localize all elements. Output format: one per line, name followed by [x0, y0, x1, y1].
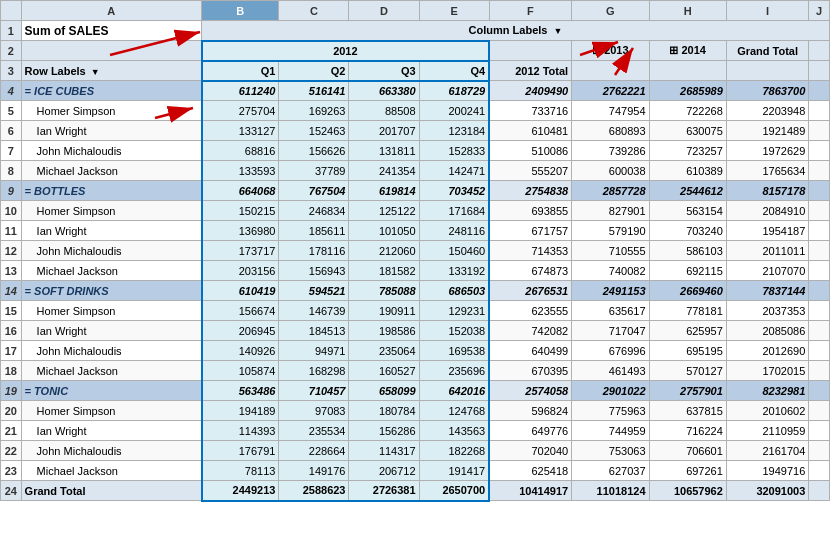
ian-bottles-q2: 185611 — [279, 221, 349, 241]
ian-ice-2013: 680893 — [572, 121, 649, 141]
year-2014-header[interactable]: ⊞ 2014 — [649, 41, 726, 61]
row-num-22: 22 — [1, 441, 22, 461]
tonic-2014: 2757901 — [649, 381, 726, 401]
row-homer-bottles: 10 Homer Simpson 150215 246834 125122 17… — [1, 201, 830, 221]
bottles-q3: 619814 — [349, 181, 419, 201]
year-2012-header: 2012 — [202, 41, 490, 61]
ice-cubes-grand: 7863700 — [726, 81, 808, 101]
empty-j6 — [809, 121, 830, 141]
ian-bottles-q1: 136980 — [202, 221, 279, 241]
row-num-1: 1 — [1, 21, 22, 41]
soft-drinks-q2: 594521 — [279, 281, 349, 301]
john-bottles-2013: 710555 — [572, 241, 649, 261]
group-row-soft-drinks: 14 = SOFT DRINKS 610419 594521 785088 68… — [1, 281, 830, 301]
john-soft-2014: 695195 — [649, 341, 726, 361]
john-bottles-q3: 212060 — [349, 241, 419, 261]
michael-soft-q3: 160527 — [349, 361, 419, 381]
row-num-7: 7 — [1, 141, 22, 161]
homer-bottles-total2012: 693855 — [489, 201, 571, 221]
row-num-23: 23 — [1, 461, 22, 481]
michael-ice-grand: 1765634 — [726, 161, 808, 181]
year-2012-total-header — [489, 41, 571, 61]
bottles-2014: 2544612 — [649, 181, 726, 201]
ian-ice-q2: 152463 — [279, 121, 349, 141]
homer-ice-q3: 88508 — [349, 101, 419, 121]
row-ian-bottles: 11 Ian Wright 136980 185611 101050 24811… — [1, 221, 830, 241]
col-b-header: B — [202, 1, 279, 21]
john-ice-2013: 739286 — [572, 141, 649, 161]
michael-soft-2013: 461493 — [572, 361, 649, 381]
row-num-14: 14 — [1, 281, 22, 301]
row-1: 1 Sum of SALES Column Labels ▼ — [1, 21, 830, 41]
michael-tonic-q4: 191417 — [419, 461, 489, 481]
michael-ice-name: Michael Jackson — [21, 161, 201, 181]
q4-header: Q4 — [419, 61, 489, 81]
homer-soft-total2012: 623555 — [489, 301, 571, 321]
ice-cubes-q4: 618729 — [419, 81, 489, 101]
empty-j12 — [809, 241, 830, 261]
grand-total-label: Grand Total — [21, 481, 201, 501]
michael-soft-q1: 105874 — [202, 361, 279, 381]
michael-tonic-grand: 1949716 — [726, 461, 808, 481]
grand-total-q1: 2449213 — [202, 481, 279, 501]
ice-cubes-total2012: 2409490 — [489, 81, 571, 101]
michael-tonic-q3: 206712 — [349, 461, 419, 481]
group-row-bottles: 9 = BOTTLES 664068 767504 619814 703452 … — [1, 181, 830, 201]
john-ice-q3: 131811 — [349, 141, 419, 161]
ian-tonic-2013: 744959 — [572, 421, 649, 441]
michael-ice-2013: 600038 — [572, 161, 649, 181]
empty-j10 — [809, 201, 830, 221]
michael-bottles-total2012: 674873 — [489, 261, 571, 281]
filter-dropdown-icon[interactable]: ▼ — [554, 26, 563, 36]
empty-j17 — [809, 341, 830, 361]
john-bottles-2014: 586103 — [649, 241, 726, 261]
homer-soft-2013: 635617 — [572, 301, 649, 321]
john-tonic-2013: 753063 — [572, 441, 649, 461]
year-2013-header[interactable]: ⊞ 2013 — [572, 41, 649, 61]
ian-bottles-q3: 101050 — [349, 221, 419, 241]
john-soft-q4: 169538 — [419, 341, 489, 361]
homer-ice-2013: 747954 — [572, 101, 649, 121]
q1-header: Q1 — [202, 61, 279, 81]
row-num-3: 3 — [1, 61, 22, 81]
michael-ice-2014: 610389 — [649, 161, 726, 181]
row-num-20: 20 — [1, 401, 22, 421]
col-labels-header[interactable]: Column Labels ▼ — [202, 21, 830, 41]
ian-soft-q3: 198586 — [349, 321, 419, 341]
col-d-header: D — [349, 1, 419, 21]
john-tonic-total2012: 702040 — [489, 441, 571, 461]
col-e-header: E — [419, 1, 489, 21]
tonic-total2012: 2574058 — [489, 381, 571, 401]
row-labels-filter-icon[interactable]: ▼ — [91, 67, 100, 77]
row-3: 3 Row Labels ▼ Q1 Q2 Q3 Q4 — [1, 61, 830, 81]
tonic-q1: 563486 — [202, 381, 279, 401]
ice-cubes-2013: 2762221 — [572, 81, 649, 101]
michael-soft-name: Michael Jackson — [21, 361, 201, 381]
john-bottles-total2012: 714353 — [489, 241, 571, 261]
john-tonic-q2: 228664 — [279, 441, 349, 461]
john-soft-grand: 2012690 — [726, 341, 808, 361]
homer-tonic-total2012: 596824 — [489, 401, 571, 421]
row-num-11: 11 — [1, 221, 22, 241]
john-bottles-q2: 178116 — [279, 241, 349, 261]
row-labels-header[interactable]: Row Labels ▼ — [21, 61, 201, 81]
ian-tonic-total2012: 649776 — [489, 421, 571, 441]
homer-soft-name: Homer Simpson — [21, 301, 201, 321]
john-ice-q2: 156626 — [279, 141, 349, 161]
ian-ice-q1: 133127 — [202, 121, 279, 141]
michael-bottles-2013: 740082 — [572, 261, 649, 281]
row-num-13: 13 — [1, 261, 22, 281]
empty-j21 — [809, 421, 830, 441]
michael-soft-q4: 235696 — [419, 361, 489, 381]
homer-tonic-name: Homer Simpson — [21, 401, 201, 421]
grand-total-q3: 2726381 — [349, 481, 419, 501]
michael-ice-q2: 37789 — [279, 161, 349, 181]
michael-tonic-2013: 627037 — [572, 461, 649, 481]
row-ian-ice: 6 Ian Wright 133127 152463 201707 123184… — [1, 121, 830, 141]
ian-soft-q1: 206945 — [202, 321, 279, 341]
michael-soft-grand: 1702015 — [726, 361, 808, 381]
homer-soft-grand: 2037353 — [726, 301, 808, 321]
empty-j2 — [809, 41, 830, 61]
ian-tonic-2014: 716224 — [649, 421, 726, 441]
john-ice-grand: 1972629 — [726, 141, 808, 161]
